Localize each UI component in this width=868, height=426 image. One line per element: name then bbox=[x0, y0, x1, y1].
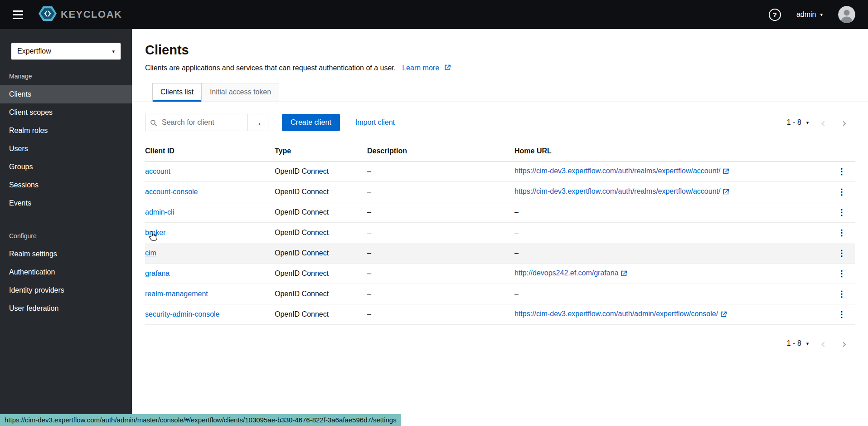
column-actions bbox=[833, 141, 855, 162]
row-actions-kebab-button[interactable]: ⋮ bbox=[834, 289, 849, 299]
nav-section-manage: Manage Clients Client scopes Realm roles… bbox=[0, 60, 132, 212]
page-description: Clients are applications and services th… bbox=[145, 64, 396, 72]
client-type: OpenID Connect bbox=[275, 284, 367, 304]
sidebar-item-groups[interactable]: Groups bbox=[0, 158, 132, 176]
pagination-next-button[interactable]: › bbox=[834, 338, 855, 350]
nav-section-manage-label: Manage bbox=[0, 60, 132, 85]
client-link[interactable]: cim bbox=[145, 249, 156, 257]
table-row: realm-management OpenID Connect – – ⋮ bbox=[145, 284, 855, 304]
create-client-button[interactable]: Create client bbox=[282, 114, 340, 131]
tab-clients-list[interactable]: Clients list bbox=[152, 83, 202, 102]
client-type: OpenID Connect bbox=[275, 182, 367, 202]
sidebar-item-realm-settings[interactable]: Realm settings bbox=[0, 245, 132, 263]
row-actions-kebab-button[interactable]: ⋮ bbox=[834, 269, 849, 279]
client-description: – bbox=[367, 162, 514, 182]
sidebar-item-authentication[interactable]: Authentication bbox=[0, 263, 132, 281]
status-url: https://cim-dev3.expertflow.com/auth/adm… bbox=[0, 414, 401, 426]
sidebar-item-client-scopes[interactable]: Client scopes bbox=[0, 103, 132, 122]
search-submit-button[interactable]: → bbox=[247, 114, 268, 131]
realm-name: Expertflow bbox=[17, 47, 51, 55]
sidebar: Expertflow ▾ Manage Clients Client scope… bbox=[0, 29, 132, 426]
table-header-row: Client ID Type Description Home URL bbox=[145, 141, 855, 162]
client-link[interactable]: admin-cli bbox=[145, 208, 174, 216]
nav-section-configure-label: Configure bbox=[0, 212, 132, 245]
client-type: OpenID Connect bbox=[275, 162, 367, 182]
external-link-icon bbox=[621, 270, 627, 278]
client-home-url: – bbox=[514, 223, 833, 243]
row-actions-kebab-button[interactable]: ⋮ bbox=[834, 187, 849, 197]
masthead: KEYCLOAK ? admin ▾ bbox=[0, 0, 868, 29]
client-description: – bbox=[367, 243, 514, 264]
external-link-icon bbox=[723, 168, 729, 176]
main-content: Clients Clients are applications and ser… bbox=[132, 29, 868, 426]
sidebar-item-events[interactable]: Events bbox=[0, 194, 132, 212]
client-description: – bbox=[367, 264, 514, 284]
home-url-link[interactable]: https://cim-dev3.expertflow.com/auth/rea… bbox=[514, 167, 720, 175]
row-actions-kebab-button[interactable]: ⋮ bbox=[834, 309, 849, 319]
pagination-bottom: 1 - 8 ▾ ‹ › bbox=[783, 337, 855, 350]
pagination-menu-toggle[interactable]: 1 - 8 ▾ bbox=[783, 337, 813, 350]
client-link[interactable]: grafana bbox=[145, 269, 170, 277]
keycloak-logo[interactable]: KEYCLOAK bbox=[39, 5, 122, 24]
row-actions-kebab-button[interactable]: ⋮ bbox=[834, 248, 849, 258]
column-client-id: Client ID bbox=[145, 141, 275, 162]
client-link[interactable]: account bbox=[145, 167, 170, 175]
client-type: OpenID Connect bbox=[275, 304, 367, 325]
pagination-prev-button[interactable]: ‹ bbox=[812, 117, 834, 129]
import-client-link[interactable]: Import client bbox=[355, 118, 395, 127]
arrow-right-icon: → bbox=[254, 118, 262, 127]
tabs: Clients list Initial access token bbox=[132, 83, 868, 102]
column-home-url: Home URL bbox=[514, 141, 833, 162]
row-actions-kebab-button[interactable]: ⋮ bbox=[834, 207, 849, 217]
realm-selector[interactable]: Expertflow ▾ bbox=[11, 43, 121, 60]
client-link[interactable]: account-console bbox=[145, 188, 198, 196]
table-row: broker OpenID Connect – – ⋮ bbox=[145, 223, 855, 243]
home-url-link[interactable]: http://devops242.ef.com/grafana bbox=[514, 269, 618, 277]
pagination-prev-button[interactable]: ‹ bbox=[812, 338, 834, 350]
avatar[interactable] bbox=[838, 6, 855, 23]
pagination-range-label: 1 - 8 bbox=[787, 118, 801, 127]
table-row: grafana OpenID Connect – http://devops24… bbox=[145, 264, 855, 284]
tab-initial-access-token[interactable]: Initial access token bbox=[202, 83, 279, 102]
search-input[interactable] bbox=[145, 114, 247, 131]
sidebar-item-users[interactable]: Users bbox=[0, 140, 132, 158]
clients-toolbar: → Create client Import client 1 - 8 ▾ ‹ … bbox=[145, 114, 855, 131]
client-type: OpenID Connect bbox=[275, 223, 367, 243]
pagination-menu-toggle[interactable]: 1 - 8 ▾ bbox=[783, 116, 813, 129]
sidebar-item-identity-providers[interactable]: Identity providers bbox=[0, 281, 132, 299]
home-url-link[interactable]: https://cim-dev3.expertflow.com/auth/rea… bbox=[514, 187, 720, 195]
client-description: – bbox=[367, 284, 514, 304]
home-url-link[interactable]: https://cim-dev3.expertflow.com/auth/adm… bbox=[514, 310, 718, 318]
column-description: Description bbox=[367, 141, 514, 162]
username: admin bbox=[796, 10, 816, 19]
menu-toggle-button[interactable] bbox=[9, 5, 27, 25]
sidebar-item-sessions[interactable]: Sessions bbox=[0, 176, 132, 194]
client-type: OpenID Connect bbox=[275, 243, 367, 264]
chevron-down-icon: ▾ bbox=[820, 12, 823, 17]
pagination-top: 1 - 8 ▾ ‹ › bbox=[783, 116, 855, 129]
table-row: cim OpenID Connect – – ⋮ bbox=[145, 243, 855, 264]
client-description: – bbox=[367, 202, 514, 223]
chevron-down-icon: ▾ bbox=[806, 341, 809, 346]
learn-more-link[interactable]: Learn more bbox=[402, 64, 451, 72]
row-actions-kebab-button[interactable]: ⋮ bbox=[834, 166, 849, 176]
client-link[interactable]: security-admin-console bbox=[145, 310, 220, 318]
learn-more-label: Learn more bbox=[402, 64, 439, 72]
sidebar-item-realm-roles[interactable]: Realm roles bbox=[0, 122, 132, 140]
pagination-next-button[interactable]: › bbox=[834, 117, 855, 129]
help-button[interactable]: ? bbox=[769, 9, 781, 21]
client-link[interactable]: broker bbox=[145, 229, 165, 236]
client-link[interactable]: realm-management bbox=[145, 290, 208, 298]
user-menu[interactable]: admin ▾ bbox=[794, 10, 825, 19]
sidebar-item-clients[interactable]: Clients bbox=[0, 85, 132, 103]
table-row: security-admin-console OpenID Connect – … bbox=[145, 304, 855, 325]
client-type: OpenID Connect bbox=[275, 202, 367, 223]
client-home-url: – bbox=[514, 284, 833, 304]
sidebar-item-user-federation[interactable]: User federation bbox=[0, 299, 132, 318]
client-description: – bbox=[367, 223, 514, 243]
tab-clients-list-label: Clients list bbox=[160, 88, 194, 96]
row-actions-kebab-button[interactable]: ⋮ bbox=[834, 228, 849, 238]
column-type: Type bbox=[275, 141, 367, 162]
keycloak-logo-icon bbox=[39, 5, 57, 24]
page-title: Clients bbox=[145, 43, 855, 58]
